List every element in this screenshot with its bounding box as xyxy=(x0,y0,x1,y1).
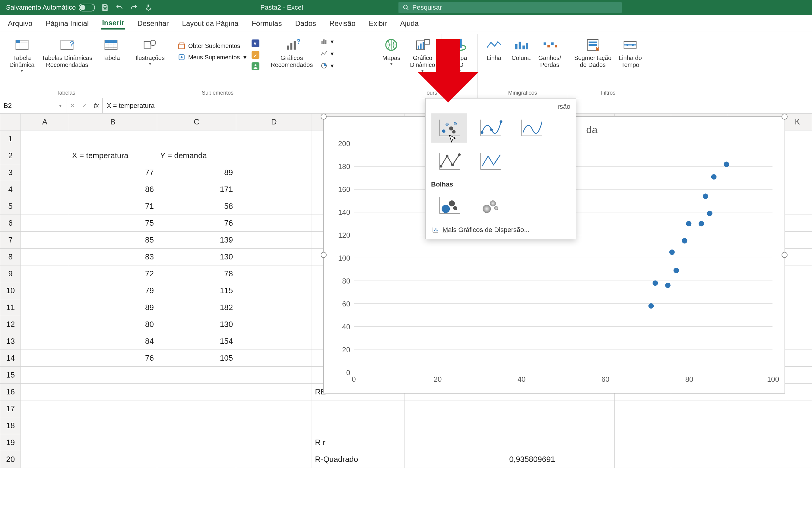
resize-handle[interactable] xyxy=(782,252,788,258)
cell-D16[interactable] xyxy=(236,383,312,400)
cell-D8[interactable] xyxy=(236,248,312,266)
row-header-6[interactable]: 6 xyxy=(0,215,21,232)
redo-icon[interactable] xyxy=(129,3,138,12)
cell-B20[interactable] xyxy=(69,451,157,468)
row-header-10[interactable]: 10 xyxy=(0,282,21,299)
cell-A2[interactable] xyxy=(21,147,69,164)
cell-D4[interactable] xyxy=(236,181,312,198)
cell-A5[interactable] xyxy=(21,198,69,215)
cell-A3[interactable] xyxy=(21,164,69,181)
row-header-9[interactable]: 9 xyxy=(0,266,21,282)
cell-K17[interactable] xyxy=(783,400,812,417)
cell-H20[interactable] xyxy=(615,451,671,468)
row-header-1[interactable]: 1 xyxy=(0,131,21,147)
cell-D12[interactable] xyxy=(236,316,312,333)
row-header-16[interactable]: 16 xyxy=(0,383,21,400)
cell-J19[interactable] xyxy=(727,434,783,451)
cell-C1[interactable] xyxy=(157,131,236,147)
cell-B7[interactable]: 85 xyxy=(69,232,157,248)
cell-C16[interactable] xyxy=(157,383,236,400)
cell-I19[interactable] xyxy=(671,434,727,451)
cell-D3[interactable] xyxy=(236,164,312,181)
data-point[interactable] xyxy=(674,268,679,273)
row-header-18[interactable]: 18 xyxy=(0,417,21,434)
cell-B11[interactable]: 89 xyxy=(69,299,157,316)
cell-C3[interactable]: 89 xyxy=(157,164,236,181)
cell-C9[interactable]: 78 xyxy=(157,266,236,282)
cell-B9[interactable]: 72 xyxy=(69,266,157,282)
cell-D11[interactable] xyxy=(236,299,312,316)
cell-J18[interactable] xyxy=(727,417,783,434)
cell-K18[interactable] xyxy=(783,417,812,434)
bubble-2d-option[interactable] xyxy=(431,191,467,221)
row-header-13[interactable]: 13 xyxy=(0,333,21,350)
search-box[interactable]: Pesquisar xyxy=(398,2,622,13)
tab-revisão[interactable]: Revisão xyxy=(329,18,356,29)
people-addin-icon[interactable] xyxy=(251,62,260,70)
cell-B16[interactable] xyxy=(69,383,157,400)
cell-K20[interactable] xyxy=(783,451,812,468)
undo-icon[interactable] xyxy=(115,3,124,12)
cell-K14[interactable] xyxy=(783,350,812,367)
cell-A13[interactable] xyxy=(21,333,69,350)
cell-B18[interactable] xyxy=(69,417,157,434)
illustrations-button[interactable]: Ilustrações ▾ xyxy=(133,35,167,68)
cell-G19[interactable] xyxy=(558,434,615,451)
data-point[interactable] xyxy=(653,280,658,286)
line-chart-dropdown[interactable]: ▾ xyxy=(318,49,335,58)
cell-D2[interactable] xyxy=(236,147,312,164)
cell-B15[interactable] xyxy=(69,367,157,383)
data-point[interactable] xyxy=(711,174,717,180)
cell-K16[interactable] xyxy=(783,383,812,400)
cell-G20[interactable] xyxy=(558,451,615,468)
sparkline-winloss-button[interactable]: Ganhos/ Perdas xyxy=(536,35,564,70)
cell-K13[interactable] xyxy=(783,333,812,350)
tab-desenhar[interactable]: Desenhar xyxy=(137,18,169,29)
data-point[interactable] xyxy=(707,211,712,216)
cell-B1[interactable] xyxy=(69,131,157,147)
cancel-icon[interactable]: ✕ xyxy=(70,102,75,110)
resize-handle[interactable] xyxy=(782,114,788,120)
cell-B10[interactable]: 79 xyxy=(69,282,157,299)
cell-D17[interactable] xyxy=(236,400,312,417)
cell-C15[interactable] xyxy=(157,367,236,383)
row-header-12[interactable]: 12 xyxy=(0,316,21,333)
cell-D19[interactable] xyxy=(236,434,312,451)
tab-inserir[interactable]: Inserir xyxy=(101,17,125,29)
scatter-smooth-lines-markers-option[interactable] xyxy=(472,113,508,143)
cell-K15[interactable] xyxy=(783,367,812,383)
cell-K11[interactable] xyxy=(783,299,812,316)
cell-B6[interactable]: 75 xyxy=(69,215,157,232)
auto-save-toggle[interactable]: Salvamento Automático xyxy=(6,4,95,11)
cell-E17[interactable] xyxy=(312,400,404,417)
cell-B14[interactable]: 76 xyxy=(69,350,157,367)
cell-J17[interactable] xyxy=(727,400,783,417)
more-scatter-charts-link[interactable]: Mais Gráficos de Dispersão... xyxy=(430,223,572,235)
data-point[interactable] xyxy=(648,303,654,309)
cell-C4[interactable]: 171 xyxy=(157,181,236,198)
cell-C12[interactable]: 130 xyxy=(157,316,236,333)
recommended-charts-button[interactable]: ? Gráficos Recomendados xyxy=(268,35,315,70)
cell-C2[interactable]: Y = demanda xyxy=(157,147,236,164)
tab-ajuda[interactable]: Ajuda xyxy=(400,18,419,29)
cell-A11[interactable] xyxy=(21,299,69,316)
data-point[interactable] xyxy=(669,249,675,255)
data-point[interactable] xyxy=(724,162,729,167)
tab-layout-da-página[interactable]: Layout da Página xyxy=(182,18,239,29)
cell-K12[interactable] xyxy=(783,316,812,333)
tab-dados[interactable]: Dados xyxy=(295,18,317,29)
name-box[interactable]: B2 ▼ xyxy=(0,98,67,113)
cell-D13[interactable] xyxy=(236,333,312,350)
tab-fórmulas[interactable]: Fórmulas xyxy=(251,18,282,29)
pivot-chart-button[interactable]: Gráfico Dinâmico ▾ xyxy=(408,35,437,75)
row-header-11[interactable]: 11 xyxy=(0,299,21,316)
recommended-pivot-button[interactable]: ? Tabelas Dinâmicas Recomendadas xyxy=(39,35,94,70)
cell-K7[interactable] xyxy=(783,232,812,248)
column-header-C[interactable]: C xyxy=(157,114,236,131)
row-header-8[interactable]: 8 xyxy=(0,248,21,266)
cell-C8[interactable]: 130 xyxy=(157,248,236,266)
scatter-straight-lines-markers-option[interactable] xyxy=(431,147,467,177)
cell-D6[interactable] xyxy=(236,215,312,232)
cell-H19[interactable] xyxy=(615,434,671,451)
cell-I18[interactable] xyxy=(671,417,727,434)
